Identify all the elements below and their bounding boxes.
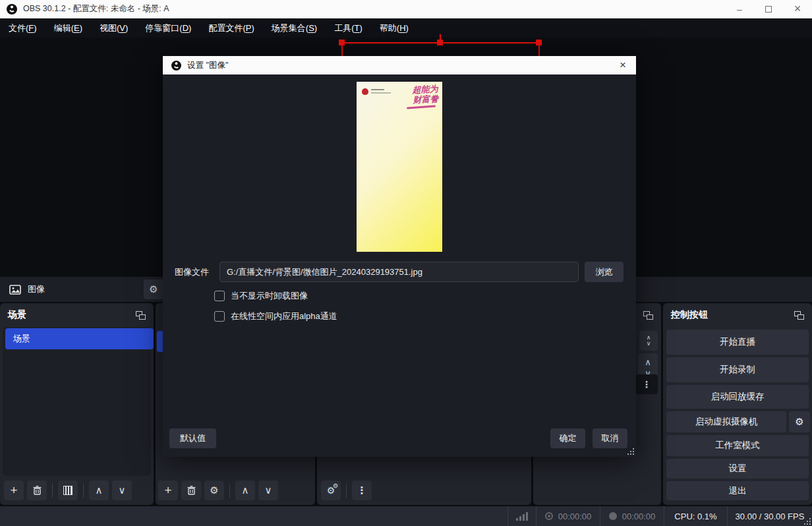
maximize-icon xyxy=(765,6,772,13)
unload-when-hidden-checkbox[interactable] xyxy=(214,291,225,301)
menu-tools[interactable]: 工具(T) xyxy=(326,18,371,38)
menu-help[interactable]: 帮助(H) xyxy=(371,18,417,38)
linear-alpha-row: 在线性空间内应用alpha通道 xyxy=(214,310,337,322)
scene-move-up-button[interactable]: ∧ xyxy=(89,481,109,500)
cpu-usage: CPU: 0.1% xyxy=(674,511,716,521)
transition-options-kebab-button[interactable]: ⋮ xyxy=(635,374,658,394)
virtual-camera-config-button[interactable]: ⚙ xyxy=(789,411,810,432)
controls-dock-title: 控制按钮 xyxy=(671,309,708,321)
gear-icon: ⚙ xyxy=(149,283,158,295)
source-properties-gear-button[interactable]: ⚙ xyxy=(144,279,163,299)
image-file-label: 图像文件 xyxy=(175,266,209,278)
menu-file[interactable]: 文件(F) xyxy=(0,18,45,38)
add-source-button[interactable]: + xyxy=(158,481,178,500)
image-source-icon xyxy=(9,285,21,295)
popout-icon[interactable] xyxy=(643,311,653,320)
logo-caption-line xyxy=(371,89,384,90)
double-gear-small-icon: ⚙ xyxy=(333,482,338,489)
linear-alpha-checkbox[interactable] xyxy=(214,311,225,322)
window-titlebar: OBS 30.1.2 - 配置文件: 未命名 - 场景: A – × xyxy=(0,0,812,18)
kebab-icon: ⋮ xyxy=(642,379,651,390)
mixer-options-kebab-button[interactable]: ⋮ xyxy=(352,481,372,500)
add-scene-button[interactable]: + xyxy=(4,481,24,500)
toolbar-separator xyxy=(346,483,347,498)
exit-button[interactable]: 退出 xyxy=(666,481,809,500)
obs-logo-icon xyxy=(171,61,181,71)
toolbar-separator xyxy=(52,483,53,498)
record-status-icon xyxy=(609,512,617,520)
unload-when-hidden-row: 当不显示时卸载图像 xyxy=(214,290,308,302)
status-bar: 00:00:00 00:00:00 CPU: 0.1% 30.00 / 30.0… xyxy=(0,506,812,526)
preview-calligraphy-text: 超能为 财富誊 xyxy=(412,84,439,105)
trash-icon xyxy=(187,486,196,495)
ok-button[interactable]: 确定 xyxy=(550,428,585,448)
minimize-button[interactable]: – xyxy=(725,0,754,18)
controls-dock-header: 控制按钮 xyxy=(663,303,812,327)
calligraphy-underline xyxy=(407,105,436,109)
popout-icon[interactable] xyxy=(136,311,146,320)
studio-mode-button[interactable]: 工作室模式 xyxy=(666,435,809,456)
gear-icon: ⚙ xyxy=(210,484,218,496)
context-source-name: 图像 xyxy=(28,283,45,295)
advanced-audio-button[interactable]: ⚙ ⚙ xyxy=(321,481,341,500)
obs-logo-icon xyxy=(7,4,17,15)
chevron-up-icon: ∧ xyxy=(645,357,651,368)
selected-source-item-edge[interactable] xyxy=(157,331,163,352)
menu-docks[interactable]: 停靠窗口(D) xyxy=(136,18,200,38)
menu-scene-collection[interactable]: 场景集合(S) xyxy=(263,18,326,38)
trash-icon xyxy=(33,486,42,495)
scene-filters-button[interactable] xyxy=(58,481,78,500)
defaults-button[interactable]: 默认值 xyxy=(169,428,216,448)
record-time: 00:00:00 xyxy=(622,511,656,521)
window-title: OBS 30.1.2 - 配置文件: 未命名 - 场景: A xyxy=(23,3,169,15)
scenes-dock-header: 场景 xyxy=(0,303,154,327)
linear-alpha-label: 在线性空间内应用alpha通道 xyxy=(231,310,337,322)
dialog-resize-grip[interactable] xyxy=(627,448,634,455)
kebab-icon: ⋮ xyxy=(357,484,367,496)
menu-view[interactable]: 视图(V) xyxy=(91,18,136,38)
logo-caption-line xyxy=(371,92,391,94)
dialog-titlebar[interactable]: 设置 "图像" × xyxy=(163,56,636,74)
image-file-path-input[interactable] xyxy=(219,262,579,282)
dialog-title: 设置 "图像" xyxy=(187,60,228,71)
source-move-up-button[interactable]: ∧ xyxy=(235,481,255,500)
start-virtual-camera-button[interactable]: 启动虚拟摄像机 xyxy=(666,411,786,432)
popout-icon[interactable] xyxy=(794,311,804,320)
selection-handle-top-left[interactable] xyxy=(339,40,345,45)
image-preview: 超能为 财富誊 xyxy=(357,82,442,252)
scene-move-down-button[interactable]: ∨ xyxy=(112,481,132,500)
sources-toolbar: + ⚙ ∧ ∨ xyxy=(158,481,278,500)
window-resize-grip[interactable] xyxy=(804,518,811,525)
menu-edit[interactable]: 编辑(E) xyxy=(45,18,91,38)
start-streaming-button[interactable]: 开始直播 xyxy=(666,330,809,355)
source-properties-button[interactable]: ⚙ xyxy=(204,481,224,500)
scenes-dock-title: 场景 xyxy=(8,309,26,321)
start-recording-button[interactable]: 开始录制 xyxy=(666,357,809,382)
remove-source-button[interactable] xyxy=(181,481,201,500)
source-move-down-button[interactable]: ∨ xyxy=(258,481,278,500)
scenes-dock: 场景 场景 + ∧ ∨ xyxy=(0,303,154,505)
image-properties-dialog: 设置 "图像" × 超能为 财富誊 图像文件 浏览 当不显示时卸载图像 在线性空… xyxy=(163,56,636,457)
toolbar-separator xyxy=(83,483,84,498)
scenes-toolbar: + ∧ ∨ xyxy=(4,481,132,500)
cancel-button[interactable]: 取消 xyxy=(593,428,627,448)
dialog-close-button[interactable]: × xyxy=(610,56,636,74)
selection-handle-top-right[interactable] xyxy=(536,40,542,45)
stream-status-icon xyxy=(545,512,553,520)
selection-handle-top-center[interactable] xyxy=(437,40,443,45)
remove-scene-button[interactable] xyxy=(27,481,47,500)
network-signal-icon xyxy=(516,511,528,521)
spin-down-icon: ∨ xyxy=(647,341,651,347)
maximize-button[interactable] xyxy=(754,0,783,18)
start-replay-buffer-button[interactable]: 启动回放缓存 xyxy=(666,385,809,409)
filter-icon xyxy=(63,486,72,495)
close-button[interactable]: × xyxy=(783,0,812,18)
settings-button[interactable]: 设置 xyxy=(666,459,809,479)
scenes-list: 场景 xyxy=(3,327,151,476)
mixer-toolbar: ⚙ ⚙ ⋮ xyxy=(321,481,372,500)
menu-profile[interactable]: 配置文件(P) xyxy=(200,18,262,38)
gear-icon: ⚙ xyxy=(795,416,803,428)
scene-list-item[interactable]: 场景 xyxy=(5,328,154,349)
duration-spinbox[interactable]: ∧ ∨ xyxy=(639,331,658,351)
browse-button[interactable]: 浏览 xyxy=(585,262,624,282)
